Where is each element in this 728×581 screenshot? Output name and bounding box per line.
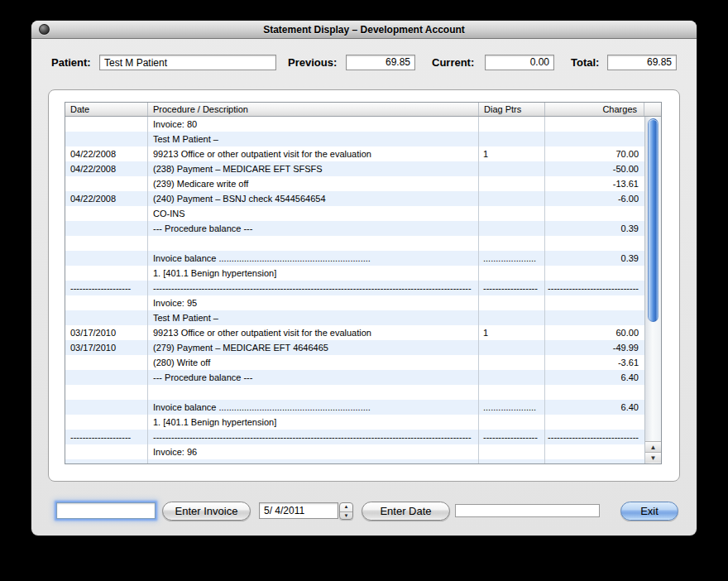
row-date-cell bbox=[65, 266, 148, 281]
table-row[interactable] bbox=[65, 236, 644, 251]
row-diag-ptrs-cell bbox=[479, 191, 545, 206]
table-row[interactable]: 1. [401.1 Benign hypertension] bbox=[65, 266, 644, 281]
row-description-cell: 99213 Office or other outpatient visit f… bbox=[148, 325, 479, 340]
table-row[interactable]: 03/17/2010 (279) Payment – MEDICARE EFT … bbox=[65, 340, 644, 355]
footer-controls: Enter Invoice ▲ ▼ Enter Date Exit bbox=[31, 502, 697, 523]
row-description-cell: ----------------------------------------… bbox=[148, 430, 479, 444]
row-date-cell bbox=[65, 370, 148, 385]
table-row[interactable]: --- Procedure balance --- 0.39 bbox=[65, 221, 644, 236]
stepper-down-button[interactable]: ▼ bbox=[340, 511, 352, 519]
row-description-cell: (240) Payment – BSNJ check 4544564654 bbox=[148, 191, 479, 206]
row-charges-cell bbox=[545, 310, 644, 325]
row-date-cell bbox=[65, 295, 148, 310]
scrollbar-thumb[interactable] bbox=[648, 118, 659, 322]
row-description-cell: CO-INS bbox=[148, 206, 479, 221]
row-diag-ptrs-cell bbox=[479, 161, 545, 176]
table-row[interactable]: 03/17/2010 99213 Office or other outpati… bbox=[65, 325, 644, 340]
row-description-cell bbox=[148, 385, 479, 400]
patient-summary-bar: Patient: Previous: 69.85 Current: 0.00 T… bbox=[31, 55, 697, 71]
row-date-cell bbox=[65, 310, 148, 325]
row-charges-cell bbox=[545, 236, 644, 251]
row-date-cell: -------------------- bbox=[65, 430, 148, 444]
stepper-up-button[interactable]: ▲ bbox=[340, 503, 352, 511]
scroll-up-button[interactable]: ▲ bbox=[645, 441, 661, 452]
row-diag-ptrs-cell bbox=[479, 415, 545, 430]
row-charges-cell bbox=[545, 295, 644, 310]
row-date-cell: 04/22/2008 bbox=[65, 146, 148, 161]
table-row[interactable] bbox=[65, 385, 644, 400]
row-diag-ptrs-cell bbox=[479, 310, 545, 325]
column-header-diag-ptrs[interactable]: Diag Ptrs bbox=[479, 103, 545, 116]
stepper-up-icon: ▲ bbox=[344, 504, 349, 509]
row-description-cell: 1. [401.1 Benign hypertension] bbox=[148, 415, 479, 430]
row-date-cell bbox=[65, 117, 148, 132]
row-date-cell bbox=[65, 355, 148, 370]
invoice-number-input[interactable] bbox=[56, 502, 156, 519]
row-charges-cell bbox=[545, 266, 644, 281]
row-description-cell: --- Procedure balance --- bbox=[148, 370, 479, 385]
table-row[interactable]: Invoice: 95 bbox=[65, 295, 644, 310]
row-date-cell: 03/17/2010 bbox=[65, 325, 148, 340]
row-diag-ptrs-cell bbox=[479, 370, 545, 385]
date-stepper[interactable]: ▲ ▼ bbox=[339, 502, 353, 520]
titlebar[interactable]: Statement Display – Development Account bbox=[31, 21, 697, 39]
row-diag-ptrs-cell bbox=[479, 355, 545, 370]
row-date-cell: 04/22/2008 bbox=[65, 161, 148, 176]
statement-panel: Date Procedure / Description Diag Ptrs C… bbox=[48, 89, 680, 482]
table-row[interactable]: Invoice balance ........................… bbox=[65, 251, 644, 266]
table-row[interactable]: Invoice: 96 bbox=[65, 444, 644, 459]
row-diag-ptrs-cell bbox=[479, 444, 545, 459]
window-title: Statement Display – Development Account bbox=[31, 21, 697, 39]
date-input[interactable] bbox=[259, 502, 338, 519]
row-description-cell: (279) Payment – MEDICARE EFT 4646465 bbox=[148, 340, 479, 355]
table-row[interactable] bbox=[65, 459, 644, 463]
row-diag-ptrs-cell bbox=[479, 176, 545, 191]
row-diag-ptrs-cell bbox=[479, 266, 545, 281]
scroll-down-button[interactable]: ▼ bbox=[645, 452, 661, 463]
table-row[interactable]: --- Procedure balance --- 6.40 bbox=[65, 370, 644, 385]
row-date-cell bbox=[65, 221, 148, 236]
total-balance-field: 69.85 bbox=[607, 55, 677, 70]
table-header: Date Procedure / Description Diag Ptrs C… bbox=[65, 103, 661, 117]
table-row[interactable]: 1. [401.1 Benign hypertension] bbox=[65, 415, 644, 430]
row-charges-cell: -49.99 bbox=[545, 340, 644, 355]
row-description-cell bbox=[148, 459, 479, 463]
header-scrollbar-spacer bbox=[644, 103, 661, 116]
patient-field[interactable] bbox=[99, 55, 276, 70]
column-header-date[interactable]: Date bbox=[65, 103, 148, 116]
column-header-description[interactable]: Procedure / Description bbox=[148, 103, 479, 116]
row-date-cell bbox=[65, 206, 148, 221]
table-row[interactable]: Test M Patient – bbox=[65, 310, 644, 325]
table-row[interactable]: (239) Medicare write off -13.61 bbox=[65, 176, 644, 191]
enter-invoice-button[interactable]: Enter Invoice bbox=[162, 502, 251, 521]
row-date-cell: 04/22/2008 bbox=[65, 191, 148, 206]
table-row[interactable]: 04/22/2008 (238) Payment – MEDICARE EFT … bbox=[65, 161, 644, 176]
table-row[interactable]: Test M Patient – bbox=[65, 132, 644, 146]
row-description-cell: Invoice: 80 bbox=[148, 117, 479, 132]
row-diag-ptrs-cell: ..................... bbox=[479, 400, 545, 415]
row-description-cell: Invoice balance ........................… bbox=[148, 400, 479, 415]
table-row[interactable]: Invoice balance ........................… bbox=[65, 400, 644, 415]
row-description-cell: (238) Payment – MEDICARE EFT SFSFS bbox=[148, 161, 479, 176]
statement-window: Statement Display – Development Account … bbox=[31, 21, 697, 535]
exit-button[interactable]: Exit bbox=[620, 502, 678, 521]
table-row[interactable]: (280) Write off -3.61 bbox=[65, 355, 644, 370]
enter-date-button[interactable]: Enter Date bbox=[362, 502, 450, 521]
patient-label: Patient: bbox=[51, 55, 91, 71]
row-charges-cell bbox=[545, 459, 644, 463]
table-row[interactable]: -------------------- -------------------… bbox=[65, 430, 644, 444]
row-charges-cell: 70.00 bbox=[545, 146, 644, 161]
row-diag-ptrs-cell bbox=[479, 221, 545, 236]
row-charges-cell: 6.40 bbox=[545, 370, 644, 385]
row-charges-cell bbox=[545, 206, 644, 221]
table-row[interactable]: -------------------- -------------------… bbox=[65, 281, 644, 295]
table-row[interactable]: 04/22/2008 99213 Office or other outpati… bbox=[65, 146, 644, 161]
column-header-charges[interactable]: Charges bbox=[545, 103, 644, 116]
table-row[interactable]: 04/22/2008 (240) Payment – BSNJ check 45… bbox=[65, 191, 644, 206]
row-charges-cell bbox=[545, 117, 644, 132]
row-date-cell bbox=[65, 459, 148, 463]
table-row[interactable]: CO-INS bbox=[65, 206, 644, 221]
vertical-scrollbar[interactable]: ▲ ▼ bbox=[644, 117, 661, 463]
table-row[interactable]: Invoice: 80 bbox=[65, 117, 644, 132]
row-charges-cell: -50.00 bbox=[545, 161, 644, 176]
